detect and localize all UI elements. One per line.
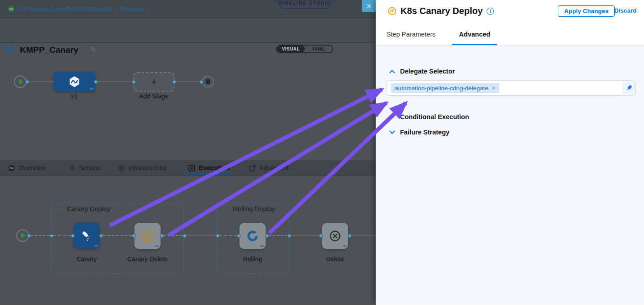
collapse-group-icon[interactable]: — [57, 205, 64, 213]
chevron-down-icon [389, 130, 395, 134]
connector-line [97, 81, 133, 82]
section-label: Failure Strategy [400, 129, 450, 136]
connector-port [237, 234, 241, 238]
tab-advanced-drawer[interactable]: Advanced [452, 23, 497, 45]
execution-canvas: — Canary Deploy — Rolling Deploy </> Can… [0, 176, 376, 305]
tab-infrastructure[interactable]: Infrastructure [118, 160, 166, 176]
stage-canvas: </> s1 + Add Stage [0, 43, 376, 160]
section-label: Delegate Selector [400, 68, 455, 75]
pipeline-end-node [202, 76, 214, 88]
execution-icon [189, 165, 195, 171]
stage-label: s1 [71, 92, 78, 100]
connector-line [291, 235, 319, 236]
chevron-down-icon [389, 115, 395, 119]
stage-tab-bar: Overview ⚙ Service Infrastructure Execut… [0, 160, 376, 176]
connector-port [99, 234, 103, 238]
pipeline-studio-panel: NGPipeAutoDemoProXBVbESzyM8 › Pipelines … [0, 0, 376, 305]
connector-line [219, 235, 237, 236]
connector-port [94, 80, 98, 84]
collapse-group-icon[interactable]: — [223, 205, 230, 213]
gear-icon: ⚙ [69, 164, 75, 172]
connector-port [160, 234, 164, 238]
connector-port [265, 234, 269, 238]
pipeline-title-row: KMPP_Canary ✎ VISUAL YAML [0, 18, 376, 43]
step-label: Rolling [243, 255, 262, 263]
step-label: Canary Delete [127, 255, 168, 263]
overview-icon [8, 165, 15, 171]
step-node-canary[interactable]: </> [74, 222, 100, 249]
close-icon[interactable]: ✕ [362, 0, 376, 12]
canary-deploy-icon [80, 229, 93, 242]
breadcrumb: NGPipeAutoDemoProXBVbESzyM8 › Pipelines … [8, 0, 149, 18]
connector-port [183, 234, 187, 238]
tab-service[interactable]: ⚙ Service [69, 160, 101, 176]
delete-step-icon [328, 229, 342, 243]
code-marker: </> [94, 244, 98, 248]
code-marker: </> [342, 244, 346, 248]
discard-button[interactable]: Discard [614, 7, 637, 14]
connector-port [287, 234, 291, 238]
add-stage-button[interactable]: + [133, 72, 175, 92]
section-label: Conditional Execution [400, 113, 469, 120]
delegate-selector-input[interactable]: automation-pipeline-cdng-delegate ✕ [386, 80, 636, 96]
play-icon [21, 233, 26, 238]
pipeline-studio-ribbon: PIPELINE STUDIO [275, 0, 336, 9]
tab-execution[interactable]: Execution [189, 160, 230, 176]
chevron-up-icon [389, 69, 395, 74]
tab-label: Service [79, 164, 101, 171]
step-label: Delete [326, 255, 344, 263]
connector-port [132, 80, 136, 84]
breadcrumb-pipelines[interactable]: Pipelines [120, 6, 144, 13]
connector-line [31, 235, 50, 236]
connector-port [27, 234, 31, 238]
group-title: Rolling Deploy [233, 205, 276, 213]
apply-changes-button[interactable]: Apply Changes [558, 5, 615, 17]
step-node-canary-delete[interactable]: </> [134, 223, 161, 249]
tab-step-parameters[interactable]: Step Parameters [386, 23, 436, 45]
k8s-canary-icon [388, 7, 396, 15]
info-icon[interactable]: i [487, 8, 494, 15]
breadcrumb-project[interactable]: NGPipeAutoDemoProXBVbESzyM8 [18, 6, 112, 13]
tab-label: Advanced [259, 164, 289, 171]
connector-port [348, 234, 352, 238]
section-conditional-execution[interactable]: Conditional Execution [389, 113, 469, 120]
stage-node-s1[interactable]: </> [54, 72, 95, 92]
tab-label: Execution [199, 164, 230, 171]
tab-advanced[interactable]: Advanced [249, 160, 289, 176]
connector-line [176, 81, 201, 82]
delegate-chip[interactable]: automation-pipeline-cdng-delegate ✕ [391, 83, 499, 93]
ribbon-label: PIPELINE STUDIO [275, 1, 336, 6]
pin-icon [626, 84, 633, 92]
step-config-drawer: K8s Canary Deploy i Apply Changes Discar… [376, 0, 644, 305]
step-node-rolling[interactable]: </> [239, 223, 266, 249]
chip-label: automation-pipeline-cdng-delegate [395, 85, 488, 92]
step-title: K8s Canary Deploy [400, 6, 483, 16]
pin-button[interactable] [622, 81, 635, 95]
stop-icon [206, 79, 210, 84]
tab-label: Infrastructure [128, 164, 166, 171]
project-icon [8, 6, 14, 12]
chip-remove-icon[interactable]: ✕ [492, 85, 496, 91]
connector-port [319, 234, 323, 238]
tab-overview[interactable]: Overview [8, 160, 46, 176]
play-icon [19, 79, 23, 84]
connector-port [132, 234, 136, 238]
top-header: NGPipeAutoDemoProXBVbESzyM8 › Pipelines … [0, 0, 376, 18]
step-node-delete[interactable]: </> [322, 223, 348, 249]
drawer-tab-bar: Step Parameters Advanced [376, 23, 644, 46]
harness-stage-icon [69, 76, 80, 88]
connector-line [164, 235, 183, 236]
group-title: Canary Deploy [67, 205, 110, 213]
pipeline-start-node [14, 75, 27, 88]
breadcrumb-separator: › [147, 6, 149, 13]
connector-port [216, 234, 220, 238]
connector-line [351, 235, 376, 236]
rolling-deploy-icon [245, 229, 260, 243]
connector-line [103, 235, 132, 236]
breadcrumb-separator: › [115, 6, 117, 13]
section-delegate-selector[interactable]: Delegate Selector [389, 68, 455, 75]
section-failure-strategy[interactable]: Failure Strategy [389, 129, 450, 136]
connector-line [53, 235, 71, 236]
connector-line [269, 235, 287, 236]
drawer-content: Delegate Selector automation-pipeline-cd… [376, 46, 644, 305]
